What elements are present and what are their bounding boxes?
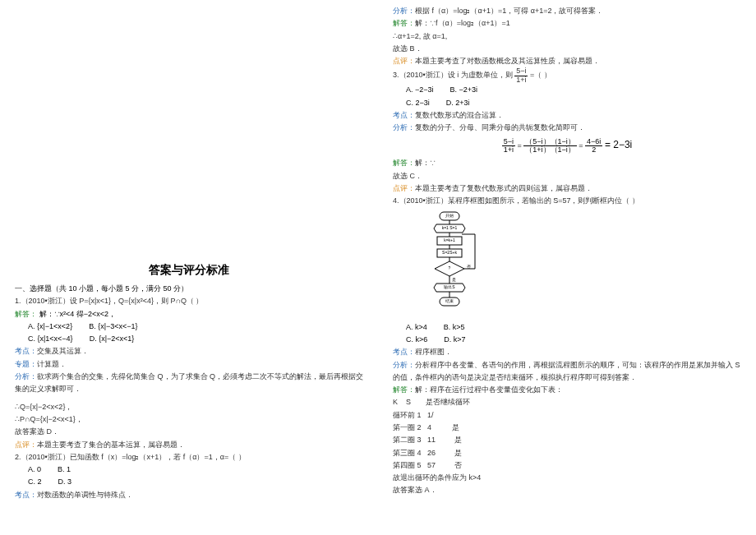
q3-dianping: 本题主要考查了复数代数形式的四则运算，属容易题． (415, 184, 592, 192)
q3-fenxi-label: 分析： (393, 123, 415, 131)
q2-option-row2: C. 2 D. 3 (28, 476, 363, 488)
q1-stem: 1.（2010•浙江）设 P={x|x<1}，Q={x|x²<4}，则 P∩Q（… (15, 295, 363, 307)
q1-step4: 故答案选 D． (15, 426, 363, 438)
q3-frac-den: 1+i (514, 76, 528, 84)
q1-dianping-label: 点评： (15, 440, 37, 449)
q3-frac: 5−i 1+i (514, 67, 528, 84)
q2-optD: D. 3 (58, 477, 72, 486)
svg-text:否: 否 (467, 264, 471, 269)
q4-option-row1: A. k>4 B. k>5 (406, 321, 741, 334)
q2-step2: ∴α+1=2, 故 α=1, (393, 30, 741, 43)
section-1-header: 一、选择题（共 10 小题，每小题 5 分，满分 50 分） (15, 283, 363, 295)
q2-optC: C. 2 (28, 477, 42, 486)
q4-option-row2: C. k>6 D. k>7 (406, 334, 741, 346)
q2-answer-label: 解答： (393, 19, 415, 27)
q3-optB: B. −2+3i (450, 85, 478, 94)
q4-step3: 故答案选 A． (393, 484, 741, 496)
q1-kaodian: 交集及其运算． (37, 347, 89, 355)
q3-stem-a: 3.（2010•浙江）设 i 为虚数单位，则 (393, 71, 513, 80)
svg-text:开始: 开始 (445, 213, 454, 218)
q1-answer: 解：∵x²<4 得−2<x<2， (39, 310, 117, 318)
q1-step3: ∴P∩Q={x|−2<x<1}， (15, 413, 363, 426)
q4-optD: D. k>7 (444, 335, 465, 344)
q1-option-row2: C. {x|1<x<−4} D. {x|−2<x<1} (28, 333, 363, 345)
q4-optB: B. k>5 (444, 323, 465, 331)
svg-text:k=k+1: k=k+1 (444, 238, 455, 242)
q4-optC: C. k>6 (406, 335, 427, 344)
q2-kaodian-label: 考点： (15, 491, 37, 499)
q4-tab-r4: 第四圈 5 57 否 (393, 459, 741, 472)
eq-d2: （1+i）（1−i） (523, 146, 577, 154)
q3-kaodian-label: 考点： (393, 111, 415, 119)
q3-optC: C. 2−3i (406, 99, 430, 107)
svg-text:输出S: 输出S (444, 284, 455, 289)
svg-text:?: ? (449, 265, 451, 270)
q3-answer-label: 解答： (393, 159, 415, 167)
q4-tab-r1: 第一圈 2 4 是 (393, 422, 741, 434)
q1-kaodian-label: 考点： (15, 347, 37, 355)
q4-answer-label: 解答： (393, 385, 415, 394)
q4-stem: 4.（2010•浙江）某程序框图如图所示，若输出的 S=57，则判断框内位（ ） (393, 195, 741, 207)
q1-zhuanti-label: 专题： (15, 360, 37, 368)
q2-stem: 2.（2010•浙江）已知函数 f（x）=log₂（x+1），若 f（α）=1，… (15, 451, 363, 464)
page-title: 答案与评分标准 (15, 263, 363, 278)
eq-d1: 1+i (502, 146, 515, 154)
q1-optA: A. {x|−1<x<2} (28, 322, 72, 330)
svg-text:是: 是 (452, 277, 456, 282)
q2-option-row1: A. 0 B. 1 (28, 464, 363, 476)
q3-stem-b: =（ ） (530, 71, 551, 80)
q1-dianping: 本题主要考查了集合的基本运算，属容易题． (37, 440, 185, 449)
q2-answer: 解：∵f（α）=log₂（α+1）=1 (415, 19, 510, 27)
q4-fenxi: 分析程序中各变量、各语句的作用，再根据流程图所示的顺序，可知：该程序的作用是累加… (393, 361, 740, 381)
q2-fenxi: 根据 f（α）=log₂（α+1）=1，可得 α+1=2，故可得答案． (415, 7, 603, 15)
svg-text:k=1 S=1: k=1 S=1 (442, 225, 458, 230)
q3-fenxi: 复数的分子、分母、同乘分母的共轭复数化简即可． (415, 123, 585, 131)
q2-dianping-label: 点评： (393, 57, 415, 65)
eq-d3: 2 (585, 146, 602, 154)
q3-kaodian: 复数代数形式的混合运算． (415, 111, 504, 119)
q3-answer: 解：∵ (415, 159, 436, 167)
q4-kaodian: 程序框图． (415, 348, 452, 356)
q3-option-row2: C. 2−3i D. 2+3i (406, 97, 741, 109)
q2-step3: 故选 B． (393, 43, 741, 55)
q4-optA: A. k>4 (406, 323, 427, 331)
q3-option-row1: A. −2−3i B. −2+3i (406, 84, 741, 96)
q3-dianping-label: 点评： (393, 184, 415, 192)
q1-option-row1: A. {x|−1<x<2} B. {x|−3<x<−1} (28, 321, 363, 333)
q2-dianping: 本题主要考查了对数函数概念及其运算性质，属容易题． (415, 57, 600, 65)
q4-tab-r2: 第二圈 3 11 是 (393, 434, 741, 446)
q1-answer-label: 解答： (15, 310, 37, 318)
q1-optC: C. {x|1<x<−4} (28, 334, 73, 343)
q1-optB: B. {x|−3<x<−1} (89, 322, 137, 330)
q4-kaodian-label: 考点： (393, 348, 415, 356)
q3-step2: 故选 C． (393, 170, 741, 182)
q3-stem: 3.（2010•浙江）设 i 为虚数单位，则 5−i 1+i =（ ） (393, 67, 741, 84)
q4-tab-r0: 循环前 1 1/ (393, 409, 741, 422)
q2-optA: A. 0 (28, 465, 41, 473)
q2-kaodian: 对数函数的单调性与特殊点． (37, 491, 133, 499)
q1-fenxi: 欲求两个集合的交集，先得化简集合 Q，为了求集合 Q，必须考虑二次不等式的解法，… (15, 372, 363, 393)
q3-equation: 5−i1+i = （5−i）（1−i）（1+i）（1−i） = 4−6i2 = … (393, 138, 741, 155)
q4-flowchart: 开始 k=1 S=1 k=k+1 S=2S+k ? 否 是 输出S 结束 (417, 211, 482, 318)
q1-fenxi-label: 分析： (15, 372, 37, 380)
q4-tab-h: K S 是否继续循环 (393, 396, 741, 408)
q1-optD: D. {x|−2<x<1} (90, 334, 135, 343)
q4-step2: 故退出循环的条件应为 k>4 (393, 472, 741, 484)
svg-text:结束: 结束 (445, 298, 454, 303)
left-column: 答案与评分标准 一、选择题（共 10 小题，每小题 5 分，满分 50 分） 1… (0, 0, 378, 535)
q4-tab-r3: 第三圈 4 26 是 (393, 447, 741, 459)
q3-optD: D. 2+3i (446, 99, 470, 107)
q4-answer: 解：程序在运行过程中各变量值变化如下表： (415, 385, 563, 394)
right-column: 分析：根据 f（α）=log₂（α+1）=1，可得 α+1=2，故可得答案． 解… (378, 0, 756, 535)
q1-step2: ∴Q={x|−2<x<2}， (15, 401, 363, 413)
q1-zhuanti: 计算题． (37, 360, 67, 368)
q4-fenxi-label: 分析： (393, 361, 415, 369)
q2-fenxi-label: 分析： (393, 7, 415, 15)
q3-optA: A. −2−3i (406, 85, 434, 94)
svg-text:S=2S+k: S=2S+k (442, 250, 457, 255)
q2-optB: B. 1 (58, 465, 71, 473)
eq-res: = 2−3i (605, 139, 632, 150)
